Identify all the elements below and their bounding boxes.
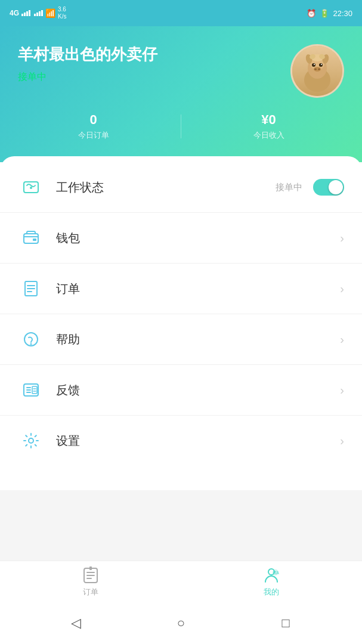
work-status-text: 接单中 — [276, 182, 302, 193]
menu-item-help[interactable]: 帮助 › — [0, 314, 362, 365]
nav-item-orders[interactable]: 订单 — [0, 566, 181, 597]
home-icon: ○ — [177, 615, 185, 631]
feedback-icon — [18, 377, 44, 403]
recent-icon: □ — [281, 615, 289, 631]
today-orders-value: 0 — [18, 112, 169, 128]
menu-item-settings[interactable]: 设置 › — [0, 416, 362, 466]
header-stats: 0 今日订单 ¥0 今日收入 — [18, 112, 344, 141]
status-bar: 4G 📶 3.6K/s ⏰ 🔋 22:30 — [0, 0, 362, 26]
feedback-arrow: › — [340, 383, 344, 397]
work-status-toggle[interactable] — [313, 179, 344, 196]
user-info: 羊村最出色的外卖仔 接单中 — [18, 44, 290, 83]
orders-right: › — [340, 282, 344, 296]
help-label: 帮助 — [56, 332, 340, 348]
orders-label: 订单 — [56, 281, 340, 297]
data-speed: 3.6K/s — [58, 6, 66, 20]
svg-point-11 — [318, 69, 320, 70]
svg-point-16 — [30, 187, 32, 189]
help-arrow: › — [340, 333, 344, 346]
sys-nav-bar: ◁ ○ □ — [0, 602, 362, 644]
svg-point-5 — [312, 63, 315, 67]
today-income-label: 今日收入 — [193, 130, 344, 141]
menu-item-feedback[interactable]: 反馈 › — [0, 365, 362, 416]
avatar-image — [292, 46, 342, 96]
svg-point-24 — [30, 343, 32, 345]
svg-rect-18 — [33, 239, 36, 241]
today-income-stat: ¥0 今日收入 — [193, 112, 344, 141]
svg-point-7 — [314, 64, 315, 65]
today-income-value: ¥0 — [193, 112, 344, 128]
orders-icon — [18, 275, 44, 302]
nav-mine-label: 我的 — [264, 587, 279, 597]
menu-item-orders[interactable]: 订单 › — [0, 264, 362, 314]
header-top: 羊村最出色的外卖仔 接单中 — [18, 44, 344, 98]
nav-back-button[interactable]: ◁ — [67, 614, 85, 632]
orders-arrow: › — [340, 282, 344, 296]
alarm-icon: ⏰ — [307, 9, 316, 18]
settings-label: 设置 — [56, 433, 340, 449]
signal-bars — [21, 10, 30, 16]
nav-item-mine[interactable]: iTA 我的 — [181, 566, 363, 597]
svg-point-10 — [314, 69, 317, 70]
settings-arrow: › — [340, 434, 344, 448]
nav-home-button[interactable]: ○ — [172, 614, 190, 632]
user-name: 羊村最出色的外卖仔 — [18, 44, 290, 65]
signal-bars-2 — [34, 10, 43, 16]
work-status-badge: 接单中 — [18, 71, 290, 83]
wallet-label: 钱包 — [56, 230, 340, 246]
battery-icon: 🔋 — [320, 9, 329, 18]
menu-item-work-status[interactable]: 工作状态 接单中 — [0, 162, 362, 213]
wallet-arrow: › — [340, 231, 344, 245]
settings-icon — [18, 428, 44, 454]
nav-orders-icon — [82, 566, 100, 584]
main-card: 工作状态 接单中 钱包 › — [0, 156, 362, 490]
wifi-icon: 📶 — [45, 8, 55, 18]
feedback-right: › — [340, 383, 344, 397]
stat-divider — [181, 114, 181, 138]
svg-point-32 — [29, 438, 33, 443]
nav-mine-icon: iTA — [262, 566, 280, 584]
settings-right: › — [340, 434, 344, 448]
svg-text:iTA: iTA — [273, 571, 279, 575]
menu-item-wallet[interactable]: 钱包 › — [0, 213, 362, 264]
signal-4g: 4G — [10, 9, 19, 17]
work-status-label: 工作状态 — [56, 179, 276, 196]
help-icon — [18, 326, 44, 352]
header-section: 羊村最出色的外卖仔 接单中 — [0, 26, 362, 171]
clock: 22:30 — [333, 9, 352, 18]
today-orders-label: 今日订单 — [18, 130, 169, 141]
svg-rect-37 — [89, 566, 92, 570]
svg-point-8 — [321, 64, 322, 65]
svg-rect-29 — [32, 386, 37, 394]
feedback-label: 反馈 — [56, 382, 340, 398]
status-right: ⏰ 🔋 22:30 — [307, 9, 352, 18]
status-left: 4G 📶 3.6K/s — [10, 6, 66, 20]
back-icon: ◁ — [71, 615, 81, 631]
work-status-icon — [18, 174, 44, 200]
wallet-icon — [18, 225, 44, 251]
help-right: › — [340, 333, 344, 346]
bottom-nav: 订单 iTA 我的 — [0, 561, 362, 602]
svg-point-6 — [319, 63, 323, 67]
today-orders-stat: 0 今日订单 — [18, 112, 169, 141]
svg-rect-17 — [24, 234, 38, 243]
work-status-right: 接单中 — [276, 179, 344, 196]
nav-recent-button[interactable]: □ — [277, 614, 295, 632]
wallet-right: › — [340, 231, 344, 245]
nav-orders-label: 订单 — [83, 587, 98, 597]
user-avatar[interactable] — [290, 44, 344, 98]
